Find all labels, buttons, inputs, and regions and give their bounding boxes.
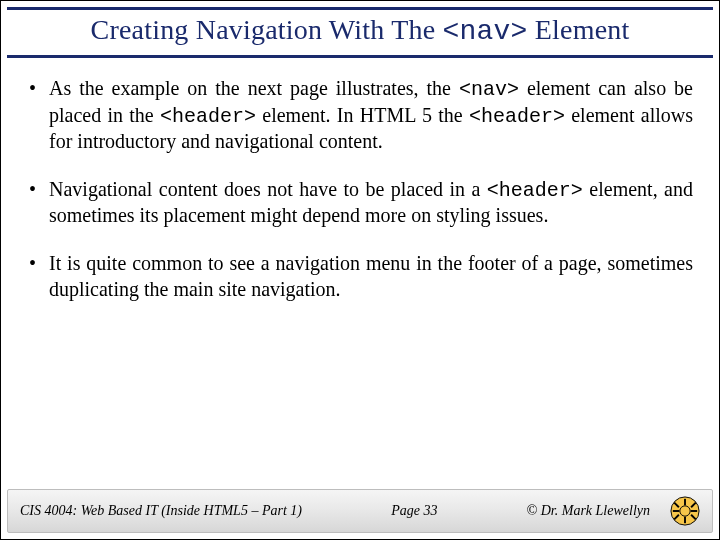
footer-author: © Dr. Mark Llewellyn (527, 503, 650, 519)
ucf-logo-icon (670, 496, 700, 526)
svg-rect-1 (684, 499, 686, 506)
bullet-item: It is quite common to see a navigation m… (27, 251, 693, 302)
bullet-item: Navigational content does not have to be… (27, 177, 693, 229)
code-token: <header> (487, 179, 583, 202)
text-run: element. In HTML 5 the (256, 104, 469, 126)
content-area: As the example on the next page illustra… (1, 58, 719, 489)
footer-bar: CIS 4004: Web Based IT (Inside HTML5 – P… (7, 489, 713, 533)
svg-point-9 (680, 506, 690, 516)
code-token: <header> (469, 105, 565, 128)
svg-rect-2 (684, 517, 686, 524)
text-run: As the example on the next page illustra… (49, 77, 459, 99)
footer-course: CIS 4004: Web Based IT (Inside HTML5 – P… (20, 503, 302, 519)
title-code: <nav> (443, 16, 528, 47)
title-suffix: Element (528, 14, 630, 45)
bullet-item: As the example on the next page illustra… (27, 76, 693, 155)
bullet-list: As the example on the next page illustra… (27, 76, 693, 302)
title-band: Creating Navigation With The <nav> Eleme… (7, 7, 713, 58)
slide-title: Creating Navigation With The <nav> Eleme… (7, 14, 713, 47)
text-run: Navigational content does not have to be… (49, 178, 487, 200)
footer-wrap: CIS 4004: Web Based IT (Inside HTML5 – P… (1, 489, 719, 539)
text-run: It is quite common to see a navigation m… (49, 252, 693, 300)
svg-rect-3 (673, 510, 680, 512)
footer-page: Page 33 (391, 503, 437, 519)
code-token: <header> (160, 105, 256, 128)
title-prefix: Creating Navigation With The (91, 14, 443, 45)
slide: Creating Navigation With The <nav> Eleme… (0, 0, 720, 540)
code-token: <nav> (459, 78, 519, 101)
svg-rect-4 (691, 510, 698, 512)
